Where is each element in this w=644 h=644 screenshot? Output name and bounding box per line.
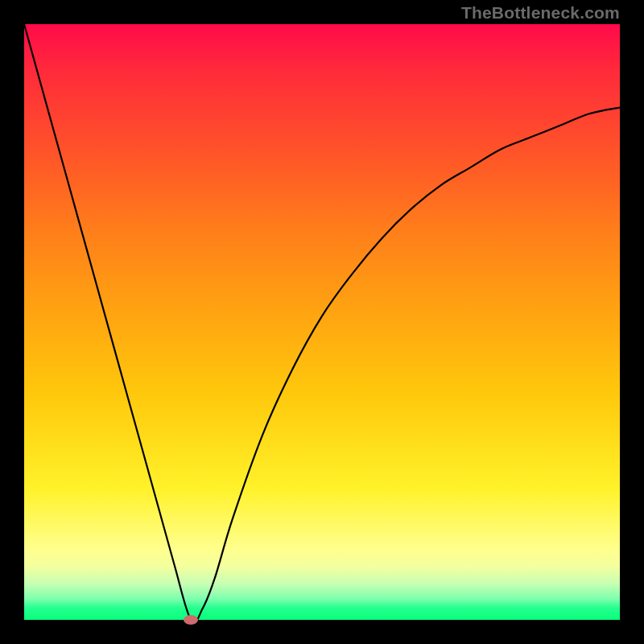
bottleneck-curve [24,24,620,620]
attribution-text: TheBottleneck.com [461,3,620,23]
minimum-point-marker [184,615,198,625]
plot-area [24,24,620,620]
chart-frame: TheBottleneck.com [0,0,644,644]
curve-layer [24,24,620,620]
